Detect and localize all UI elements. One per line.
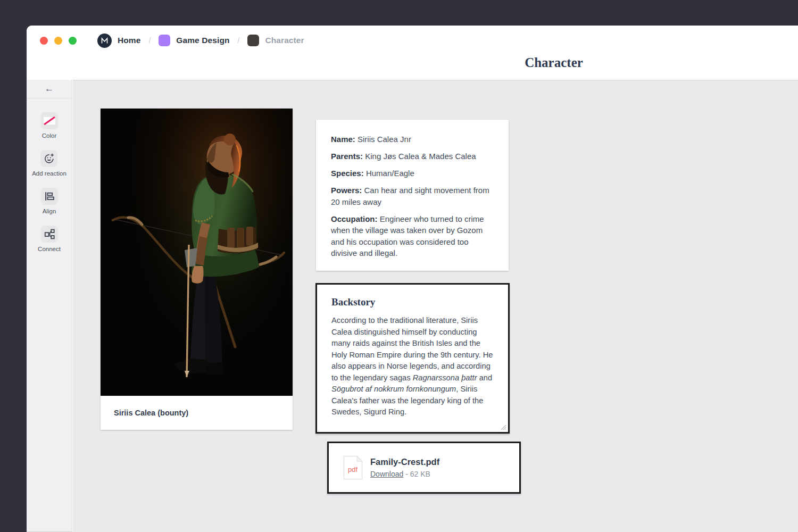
- minimize-window-button[interactable]: [54, 37, 62, 45]
- backstory-title: Backstory: [331, 296, 495, 308]
- resize-handle[interactable]: [500, 423, 506, 430]
- app-logo[interactable]: [97, 34, 112, 48]
- align-left-icon: [44, 190, 55, 202]
- app-window: Home / Game Design / Character Character…: [27, 26, 798, 532]
- tool-label: Add reaction: [32, 170, 66, 177]
- pdf-file-icon: pdf: [343, 455, 363, 480]
- field-parents: Parents: King Jøs Calea & Mades Calea: [331, 151, 494, 162]
- breadcrumb: Home / Game Design / Character: [97, 34, 304, 48]
- tool-sidebar: ← Color: [27, 80, 72, 532]
- close-window-button[interactable]: [40, 37, 48, 45]
- backstory-card[interactable]: Backstory According to the traditional l…: [315, 283, 510, 434]
- field-species: Species: Human/Eagle: [331, 168, 494, 179]
- file-card[interactable]: pdf Family-Crest.pdf Download - 62 KB: [327, 442, 521, 494]
- file-name: Family-Crest.pdf: [370, 457, 439, 467]
- breadcrumb-separator: /: [238, 36, 240, 45]
- zoom-window-button[interactable]: [69, 37, 77, 45]
- connect-nodes-icon: [44, 228, 55, 240]
- field-name: Name: Siriis Calea Jnr: [331, 134, 494, 145]
- download-link[interactable]: Download: [370, 470, 403, 478]
- field-powers: Powers: Can hear and sight movement from…: [331, 185, 494, 207]
- image-card[interactable]: Siriis Calea (bounty): [101, 109, 293, 430]
- tool-label: Color: [42, 132, 56, 139]
- breadcrumb-home[interactable]: Home: [118, 36, 140, 45]
- svg-text:pdf: pdf: [348, 466, 358, 473]
- collapse-sidebar-button[interactable]: ←: [27, 80, 72, 98]
- board-canvas[interactable]: Siriis Calea (bounty) Name: Siriis Calea…: [73, 80, 798, 532]
- character-details-card[interactable]: Name: Siriis Calea Jnr Parents: King Jøs…: [316, 120, 509, 271]
- smiley-plus-icon: [43, 153, 55, 164]
- breadcrumb-game-design[interactable]: Game Design: [176, 36, 229, 45]
- field-occupation: Occupation: Engineer who turned to crime…: [331, 213, 494, 259]
- tool-label: Align: [43, 208, 56, 214]
- file-meta: Download - 62 KB: [370, 470, 439, 478]
- board-icon-character: [247, 35, 259, 46]
- align-tool-button[interactable]: Align: [41, 188, 58, 214]
- archer-photo: [101, 109, 293, 396]
- backstory-text: According to the traditional literature,…: [331, 315, 495, 418]
- back-arrow-icon: ←: [45, 84, 54, 94]
- image-caption: Siriis Calea (bounty): [101, 396, 293, 430]
- breadcrumb-separator: /: [148, 36, 151, 45]
- color-tool-button[interactable]: Color: [41, 112, 58, 139]
- title-bar: Home / Game Design / Character Character: [27, 26, 798, 80]
- page-title: Character: [525, 55, 583, 70]
- board-icon-game-design[interactable]: [159, 35, 170, 46]
- color-swatch-icon: [41, 112, 58, 129]
- add-reaction-tool-button[interactable]: Add reaction: [32, 150, 66, 177]
- tool-label: Connect: [38, 246, 61, 252]
- connect-tool-button[interactable]: Connect: [38, 226, 61, 252]
- milanote-logo-icon: [101, 37, 109, 45]
- breadcrumb-character-current: Character: [265, 36, 304, 45]
